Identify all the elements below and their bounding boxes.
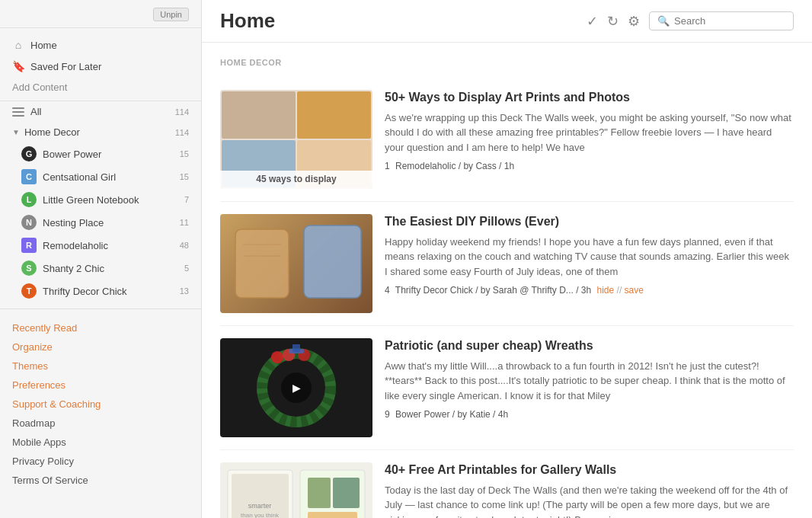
feed-name: Centsational Girl <box>43 171 177 183</box>
article-item: smarter than you think 40+ Free Art Prin… <box>220 450 794 518</box>
article-source: Bower Power / by Katie / 4h <box>395 409 508 420</box>
sidebar-nav: ⌂ Home 🔖 Saved For Later Add Content <box>0 28 201 101</box>
article-item: ▶ Patriotic (and super cheap) WreathsAww… <box>220 326 794 450</box>
svg-rect-0 <box>235 229 289 298</box>
feed-name: Little Green Notebook <box>43 194 181 206</box>
feed-count: 48 <box>180 241 189 250</box>
feed-favicon: G <box>21 146 37 161</box>
feed-count: 15 <box>180 172 189 181</box>
sidebar-link[interactable]: Recently Read <box>0 318 201 337</box>
chevron-down-icon: ▼ <box>12 128 20 136</box>
feed-list: G Bower Power 15 C Centsational Girl 15 … <box>0 142 201 302</box>
article-thumbnail: ▶ <box>220 338 372 437</box>
header-actions: ✓ ↻ ⚙ 🔍 <box>587 11 794 30</box>
unpin-button[interactable]: Unpin <box>153 8 189 21</box>
article-meta: 9 Bower Power / by Katie / 4h <box>385 409 794 420</box>
svg-rect-18 <box>308 478 331 508</box>
article-meta: 4 Thrifty Decor Chick / by Sarah @ Thrif… <box>385 285 794 296</box>
article-source: Thrifty Decor Chick / by Sarah @ Thrifty… <box>395 285 591 296</box>
article-title[interactable]: Patriotic (and super cheap) Wreaths <box>385 338 794 354</box>
home-decor-count: 114 <box>175 128 189 137</box>
feed-name: Shanty 2 Chic <box>43 263 181 274</box>
feed-name: Remodelaholic <box>43 240 177 251</box>
article-body: Patriotic (and super cheap) WreathsAww t… <box>385 338 794 420</box>
sidebar-link[interactable]: Roadmap <box>0 414 201 433</box>
article-body: 50+ Ways to Display Art Prints and Photo… <box>385 90 794 171</box>
article-count: 9 <box>385 409 390 420</box>
sidebar-home-label: Home <box>30 40 57 51</box>
svg-rect-12 <box>293 344 300 352</box>
sidebar-feed-item[interactable]: R Remodelaholic 48 <box>0 234 201 257</box>
sidebar-links: Recently ReadOrganizeThemesPreferencesSu… <box>0 309 201 490</box>
article-excerpt: Today is the last day of Deck The Walls … <box>385 483 794 518</box>
sidebar-item-home[interactable]: ⌂ Home <box>0 34 201 56</box>
refresh-icon[interactable]: ↻ <box>607 13 619 30</box>
sidebar-link[interactable]: Privacy Policy <box>0 452 201 471</box>
feed-count: 5 <box>184 264 189 273</box>
sidebar-saved-label: Saved For Later <box>30 61 101 72</box>
feed-count: 15 <box>180 149 189 158</box>
sidebar-link[interactable]: Preferences <box>0 376 201 395</box>
article-source: Remodelaholic / by Cass / 1h <box>395 161 514 171</box>
settings-icon[interactable]: ⚙ <box>628 13 640 30</box>
sidebar-link[interactable]: Mobile Apps <box>0 433 201 452</box>
feed-name: Thrifty Decor Chick <box>43 286 177 297</box>
article-excerpt: Happy holiday weekend my friends! I hope… <box>385 235 794 280</box>
play-button[interactable]: ▶ <box>281 373 312 403</box>
article-title[interactable]: 50+ Ways to Display Art Prints and Photo… <box>385 90 794 106</box>
article-title[interactable]: The Easiest DIY Pillows (Ever) <box>385 214 794 230</box>
article-count: 4 <box>385 285 390 296</box>
svg-rect-2 <box>304 225 361 298</box>
add-content-label: Add Content <box>12 82 67 93</box>
sidebar-item-saved[interactable]: 🔖 Saved For Later <box>0 56 201 77</box>
hide-link[interactable]: hide <box>597 285 615 296</box>
feed-favicon: L <box>21 192 37 207</box>
thumb-overlay-text: 45 ways to display <box>220 171 372 189</box>
feed-favicon: S <box>21 261 37 276</box>
article-excerpt: Aww that's my little Will....a throwback… <box>385 359 794 404</box>
article-actions: hide // save <box>597 285 644 296</box>
feed-count: 7 <box>184 195 189 204</box>
feed-count: 13 <box>180 286 189 296</box>
sidebar-feed-item[interactable]: N Nesting Place 11 <box>0 211 201 234</box>
feed-favicon: N <box>21 215 37 230</box>
sidebar-all-item[interactable]: All 114 <box>0 101 201 122</box>
category-home-decor[interactable]: ▼ Home Decor 114 <box>0 122 201 142</box>
main-header: Home ✓ ↻ ⚙ 🔍 <box>202 0 812 43</box>
check-icon[interactable]: ✓ <box>587 13 598 30</box>
search-input[interactable] <box>674 15 785 27</box>
sidebar-feed-item[interactable]: G Bower Power 15 <box>0 142 201 165</box>
search-box[interactable]: 🔍 <box>649 11 794 30</box>
article-body: 40+ Free Art Printables for Gallery Wall… <box>385 462 794 518</box>
all-label: All <box>30 106 41 117</box>
search-icon: 🔍 <box>657 15 670 27</box>
bookmark-icon: 🔖 <box>12 60 24 72</box>
article-count: 1 <box>385 161 390 171</box>
page-title: Home <box>220 9 587 33</box>
sidebar-link[interactable]: Terms Of Service <box>0 471 201 490</box>
article-meta: 1 Remodelaholic / by Cass / 1h <box>385 161 794 171</box>
home-icon: ⌂ <box>12 39 24 51</box>
svg-point-8 <box>271 351 283 363</box>
sidebar-feed-item[interactable]: L Little Green Notebook 7 <box>0 188 201 211</box>
svg-text:smarter: smarter <box>248 502 272 510</box>
sidebar-feed-item[interactable]: S Shanty 2 Chic 5 <box>0 257 201 280</box>
hamburger-icon <box>12 107 24 117</box>
sidebar-link[interactable]: Organize <box>0 337 201 357</box>
article-thumbnail: 45 ways to display <box>220 90 372 189</box>
article-body: The Easiest DIY Pillows (Ever)Happy holi… <box>385 214 794 296</box>
save-link[interactable]: save <box>625 285 644 296</box>
sidebar-top: Unpin <box>0 0 201 28</box>
sidebar-feed-item[interactable]: T Thrifty Decor Chick 13 <box>0 280 201 302</box>
sidebar-link[interactable]: Themes <box>0 357 201 376</box>
sidebar-link[interactable]: Support & Coaching <box>0 395 201 414</box>
sidebar-item-add-content[interactable]: Add Content <box>0 77 201 98</box>
article-title[interactable]: 40+ Free Art Printables for Gallery Wall… <box>385 462 794 478</box>
sidebar-feed-item[interactable]: C Centsational Girl 15 <box>0 165 201 188</box>
main-panel: Home ✓ ↻ ⚙ 🔍 HOME DECOR 45 ways to displ… <box>202 0 812 518</box>
feed-name: Bower Power <box>43 149 177 160</box>
article-list: 45 ways to display50+ Ways to Display Ar… <box>220 78 794 518</box>
feed-count: 11 <box>180 218 189 227</box>
svg-rect-20 <box>308 512 357 518</box>
feed-favicon: R <box>21 238 37 253</box>
